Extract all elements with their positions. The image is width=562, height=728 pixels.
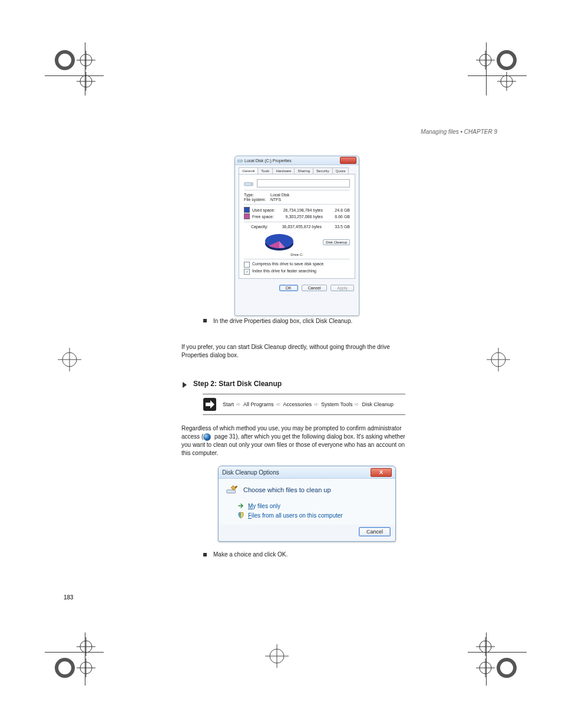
start-pearl-icon <box>203 433 211 441</box>
disk-cleanup-icon <box>226 483 239 496</box>
running-header: Managing files • CHAPTER 9 <box>421 129 497 135</box>
swatch-free <box>244 213 250 219</box>
registration-mark <box>259 638 295 674</box>
label-filesystem: File system: <box>244 197 270 202</box>
close-button[interactable]: X <box>371 468 392 477</box>
used-bytes: 26,734,198,784 bytes <box>277 208 323 212</box>
breadcrumb-arrow-icon: ➪ <box>355 401 359 407</box>
bullet-icon <box>203 553 207 556</box>
compress-checkbox[interactable] <box>244 262 250 268</box>
svg-point-20 <box>57 660 73 676</box>
tab-panel-general: Type:Local Disk File system:NTFS Used sp… <box>239 174 355 279</box>
svg-point-38 <box>241 160 242 161</box>
breadcrumb-arrow-icon: ➪ <box>236 401 241 407</box>
drive-icon <box>237 158 243 163</box>
disk-cleanup-button[interactable]: Disk Cleanup <box>323 239 350 245</box>
sc-allprograms: All Programs <box>243 401 274 407</box>
compress-label: Compress this drive to save disk space <box>252 262 323 266</box>
shortcut-path: Start ➪ All Programs ➪ Accessories ➪ Sys… <box>203 394 405 415</box>
label-capacity: Capacity: <box>251 225 276 229</box>
window-titlebar[interactable]: Local Disk (C:) Properties <box>235 156 359 165</box>
cancel-button[interactable]: Cancel <box>302 285 328 291</box>
index-label: Index this drive for faster searching <box>252 269 316 273</box>
paragraph-after-shortcut: Regardless of which method you use, you … <box>181 424 405 457</box>
sc-start: Start <box>223 401 234 407</box>
cleanup-heading: Choose which files to clean up <box>243 486 331 493</box>
registration-mark <box>467 628 520 681</box>
svg-point-7 <box>498 52 515 68</box>
arrow-right-icon <box>237 502 244 509</box>
drive-icon <box>244 179 253 187</box>
label-type: Type: <box>244 193 270 197</box>
drive-label-input[interactable] <box>257 179 350 187</box>
window-title: Disk Cleanup Options <box>222 469 279 476</box>
tab-security[interactable]: Security <box>313 167 333 174</box>
used-gb: 24.8 GB <box>323 208 350 212</box>
cancel-button[interactable]: Cancel <box>359 527 391 536</box>
tab-hardware[interactable]: Hardware <box>272 167 295 174</box>
swatch-used <box>244 207 250 213</box>
shield-icon <box>237 512 244 519</box>
caption-cleanup: Make a choice and click OK. <box>213 551 287 558</box>
option-all-users[interactable]: Files from all users on this computer <box>237 512 388 519</box>
tab-tools[interactable]: Tools <box>257 167 273 174</box>
page-number: 183 <box>64 594 74 601</box>
bullet-icon <box>203 319 207 322</box>
registration-mark <box>52 628 105 681</box>
value-type: Local Disk <box>270 193 289 197</box>
window-title: Local Disk (C:) Properties <box>244 159 292 163</box>
paragraph-lead: If you prefer, you can start Disk Cleanu… <box>181 343 405 360</box>
pie-caption: Drive C: <box>244 253 350 256</box>
capacity-bytes: 36,037,455,872 bytes <box>276 225 322 229</box>
registration-mark <box>52 342 87 377</box>
sc-diskcleanup: Disk Cleanup <box>362 401 394 407</box>
label-used: Used space: <box>252 208 277 212</box>
close-button[interactable] <box>340 157 356 164</box>
svg-point-40 <box>251 184 252 185</box>
caption-properties: In the drive Properties dialog box, clic… <box>213 317 402 325</box>
step2-heading: Step 2: Start Disk Cleanup <box>193 380 282 388</box>
window-titlebar[interactable]: Disk Cleanup Options X <box>219 466 395 479</box>
sc-accessories: Accessories <box>283 401 312 407</box>
svg-point-0 <box>57 52 73 68</box>
drive-properties-window: Local Disk (C:) Properties General Tools… <box>234 156 359 316</box>
registration-mark <box>481 342 516 377</box>
option-my-files[interactable]: My files only <box>237 502 388 509</box>
ok-button[interactable]: OK <box>279 285 298 291</box>
free-bytes: 9,303,257,088 bytes <box>277 215 323 219</box>
label-free: Free space: <box>252 215 277 219</box>
usage-pie-chart <box>262 229 297 254</box>
registration-mark <box>52 47 105 100</box>
disk-cleanup-options-window: Disk Cleanup Options X Choose which file… <box>218 466 396 542</box>
tab-quota[interactable]: Quota <box>332 167 349 174</box>
tab-strip: General Tools Hardware Sharing Security … <box>235 165 359 174</box>
value-filesystem: NTFS <box>270 197 281 202</box>
breadcrumb-arrow-icon: ➪ <box>314 401 319 407</box>
breadcrumb-arrow-icon: ➪ <box>276 401 281 407</box>
registration-mark <box>467 47 520 100</box>
sc-systemtools: System Tools <box>321 401 352 407</box>
shortcut-arrow-icon <box>203 397 217 411</box>
tab-sharing[interactable]: Sharing <box>294 167 313 174</box>
svg-point-30 <box>498 660 515 676</box>
step-caret-icon <box>183 382 187 388</box>
index-checkbox[interactable]: ✓ <box>244 269 250 275</box>
apply-button[interactable]: Apply <box>330 285 354 291</box>
free-gb: 8.66 GB <box>323 215 350 219</box>
tab-general[interactable]: General <box>239 167 258 174</box>
capacity-gb: 33.5 GB <box>322 225 350 229</box>
